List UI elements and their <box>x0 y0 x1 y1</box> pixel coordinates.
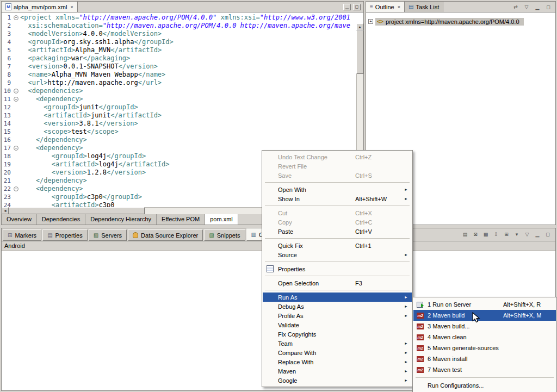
maximize-icon[interactable]: ◻ <box>353 4 361 10</box>
view-menu-icon[interactable]: ▽ <box>523 230 531 238</box>
outline-root-node[interactable]: + <> project xmlns=http://maven.apache.o… <box>366 17 555 26</box>
menu-item-4-maven-clean[interactable]: m24 Maven clean <box>413 332 556 343</box>
code-token: <artifactId> <box>20 46 75 54</box>
code-token: </modelVersion> <box>103 30 162 38</box>
editor-tab-pom-xml[interactable]: M alpha_mvn/pom.xml × <box>2 2 78 12</box>
outline-view-icon: ≡ <box>370 4 373 10</box>
line-number: 17 <box>2 144 12 152</box>
tab-servers[interactable]: ▧Servers <box>89 229 127 241</box>
menu-item-google[interactable]: Google► <box>263 376 412 385</box>
line-number: 4 <box>2 38 12 46</box>
pom-tab-overview[interactable]: Overview <box>2 214 37 225</box>
fold-collapse-icon[interactable]: − <box>14 89 18 94</box>
menu-item-6-maven-install[interactable]: m26 Maven install <box>413 353 556 364</box>
menu-item-paste[interactable]: PasteCtrl+V <box>263 227 412 236</box>
console-selector-icon[interactable]: ▾ <box>512 230 521 238</box>
clear-console-icon[interactable]: ▩ <box>481 230 490 238</box>
tab-properties[interactable]: ▤Properties <box>42 229 88 241</box>
menu-item-run-as[interactable]: Run As► <box>263 293 412 302</box>
menu-item-source[interactable]: Source► <box>263 250 412 259</box>
horizontal-scrollbar-thumb[interactable] <box>9 207 145 214</box>
code-line[interactable]: 16 </dependency> <box>2 136 356 144</box>
pin-console-icon[interactable]: ⊞ <box>502 230 511 238</box>
pom-tab-pom-xml[interactable]: pom.xml <box>205 214 238 225</box>
menu-item-replace-with[interactable]: Replace With► <box>263 357 412 366</box>
menu-item-7-maven-test[interactable]: m27 Maven test <box>413 364 556 375</box>
link-with-editor-icon[interactable]: ⇄ <box>511 3 520 11</box>
line-number: 5 <box>2 46 12 54</box>
code-line[interactable]: 12 <groupId>junit</groupId> <box>2 103 356 111</box>
tab-snippets[interactable]: ▨Snippets <box>204 229 245 241</box>
code-line[interactable]: 7 <version>0.0.1-SNAPSHOT</version> <box>2 63 356 71</box>
menu-item-maven[interactable]: Maven► <box>263 366 412 376</box>
tab-markers[interactable]: ⊞Markers <box>3 229 41 241</box>
menu-item-properties[interactable]: Properties <box>263 264 412 273</box>
snippets-icon: ▨ <box>209 233 214 238</box>
view-menu-icon[interactable]: ▽ <box>522 3 531 11</box>
pom-tab-dependency-hierarchy[interactable]: Dependency Hierarchy <box>85 214 157 225</box>
maximize-icon[interactable]: ◻ <box>543 230 552 238</box>
menu-item-open-selection[interactable]: Open SelectionF3 <box>263 278 412 288</box>
code-line[interactable]: 4 <groupId>org.sky.ssh1.alpha</groupId> <box>2 38 356 46</box>
pom-tab-effective-pom[interactable]: Effective POM <box>157 214 205 225</box>
code-line[interactable]: 8 <name>Alpha_MVN Maven Webapp</name> <box>2 71 356 79</box>
code-line[interactable]: 15 <scope>test</scope> <box>2 128 356 136</box>
close-icon[interactable]: × <box>398 4 400 10</box>
code-line[interactable]: 10− <dependencies> <box>2 87 356 95</box>
fold-collapse-icon[interactable]: − <box>14 15 18 20</box>
menu-item-team[interactable]: Team► <box>263 339 412 348</box>
minimize-icon[interactable]: ▁ <box>343 4 351 10</box>
menu-item-validate[interactable]: Validate <box>263 320 412 329</box>
pom-tab-dependencies[interactable]: Dependencies <box>37 214 85 225</box>
scroll-up-icon[interactable]: ▲ <box>356 23 363 30</box>
tab-outline[interactable]: ≡ Outline × <box>366 2 405 12</box>
code-line[interactable]: 13 <artifactId>junit</artifactId> <box>2 111 356 120</box>
code-line[interactable]: 1−<project xmlns="http://maven.apache.or… <box>2 14 356 22</box>
code-token: </groupId> <box>99 103 138 111</box>
code-line[interactable]: 14 <version>3.8.1</version> <box>2 120 356 128</box>
code-line[interactable]: 9 <url>http://maven.apache.org</url> <box>2 79 356 87</box>
menu-item-5-maven-generate-sources[interactable]: m25 Maven generate-sources <box>413 343 556 353</box>
tab-task-list[interactable]: ▤ Task List <box>405 2 443 12</box>
menu-item-quick-fix[interactable]: Quick FixCtrl+1 <box>263 241 412 250</box>
menu-item-profile-as[interactable]: Profile As► <box>263 311 412 320</box>
menu-item-2-maven-build[interactable]: m22 Maven buildAlt+Shift+X, M <box>413 310 556 321</box>
vertical-scrollbar-thumb[interactable] <box>356 30 363 74</box>
expand-icon[interactable]: + <box>368 19 373 24</box>
menu-item-1-run-on-server[interactable]: 1 Run on ServerAlt+Shift+X, R <box>413 299 556 310</box>
fold-collapse-icon[interactable]: − <box>14 97 18 102</box>
menu-item-open-with[interactable]: Open With► <box>263 185 412 194</box>
menu-item-compare-with[interactable]: Compare With► <box>263 348 412 357</box>
close-icon[interactable]: × <box>70 4 73 10</box>
menu-item-run-configurations[interactable]: Run Configurations... <box>413 380 556 391</box>
fold-collapse-icon[interactable]: − <box>14 186 18 191</box>
code-line[interactable]: 11− <dependency> <box>2 95 356 103</box>
code-token: <groupId> <box>20 152 87 160</box>
minimize-icon[interactable]: ▁ <box>533 3 542 11</box>
line-number: 21 <box>2 177 12 185</box>
menu-item-fix-copyrights[interactable]: Fix Copyrights <box>263 329 412 339</box>
tab-data-source-explorer[interactable]: Data Source Explorer <box>128 229 203 241</box>
code-line[interactable]: 3 <modelVersion>4.0.0</modelVersion> <box>2 30 356 38</box>
remove-launch-icon[interactable]: ⊠ <box>471 230 480 238</box>
outline-node-selection[interactable]: <> project xmlns=http://maven.apache.org… <box>375 18 524 26</box>
code-line[interactable]: 5 <artifactId>Alpha_MVN</artifactId> <box>2 46 356 54</box>
code-text: <dependency> <box>20 185 83 193</box>
open-console-icon[interactable]: ▤ <box>461 230 469 238</box>
scroll-left-icon[interactable]: ◄ <box>2 207 9 214</box>
menu-item-3-maven-build[interactable]: m23 Maven build... <box>413 321 556 332</box>
menu-item-debug-as[interactable]: Debug As► <box>263 302 412 311</box>
menu-item-show-in[interactable]: Show InAlt+Shift+W► <box>263 194 412 203</box>
scroll-lock-icon[interactable]: ⇩ <box>492 230 500 238</box>
fold-collapse-icon[interactable]: − <box>14 146 18 151</box>
code-text: xsi:schemaLocation="http://maven.apache.… <box>20 22 350 30</box>
menu-item-label: Source <box>278 252 297 258</box>
maximize-icon[interactable]: ◻ <box>544 3 553 11</box>
code-text: <artifactId>Alpha_MVN</artifactId> <box>20 46 162 54</box>
code-token: <artifactId> <box>20 160 99 168</box>
minimize-icon[interactable]: ▁ <box>533 230 542 238</box>
code-line[interactable]: 6 <packaging>war</packaging> <box>2 54 356 63</box>
code-token: test <box>71 128 87 135</box>
code-line[interactable]: 2 xsi:schemaLocation="http://maven.apach… <box>2 22 356 30</box>
menu-item-label: 6 Maven install <box>428 356 467 362</box>
